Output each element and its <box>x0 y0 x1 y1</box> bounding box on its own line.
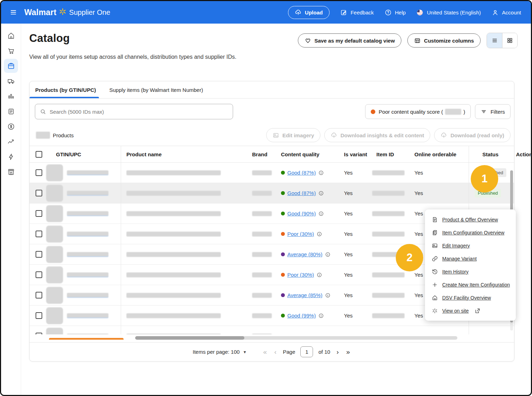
menu-item-create-new-item-configuration[interactable]: Create New Item Configuration <box>425 278 516 291</box>
tab-supply-items[interactable]: Supply items (by Walmart Item Number) <box>109 81 203 98</box>
content-quality-link[interactable]: Good (90%) <box>287 210 316 216</box>
sidebar-item-home[interactable] <box>4 29 18 43</box>
row-checkbox[interactable] <box>36 231 42 237</box>
info-icon[interactable] <box>317 231 322 237</box>
copy-document-icon <box>432 230 438 236</box>
help-icon <box>384 9 392 16</box>
home-icon <box>432 295 438 301</box>
column-header-actions: Actions <box>508 146 532 162</box>
content-quality-link[interactable]: Good (87%) <box>287 170 316 176</box>
quality-dot-icon <box>281 191 285 195</box>
edit-imagery-button[interactable]: Edit imagery <box>266 128 320 142</box>
item-id-redacted <box>372 272 405 277</box>
sidebar-item-analytics[interactable] <box>4 89 18 103</box>
menu-item-item-history[interactable]: Item History <box>425 265 516 278</box>
gtin-redacted[interactable] <box>67 170 108 175</box>
row-checkbox[interactable] <box>36 251 42 258</box>
list-view-button[interactable] <box>487 33 502 48</box>
quality-filter-chip[interactable]: Poor content quality score ( ) <box>365 104 471 119</box>
row-checkbox[interactable] <box>36 190 42 196</box>
sidebar-item-catalog[interactable] <box>4 59 18 73</box>
menu-item-manage-variant[interactable]: Manage Variant <box>425 252 516 265</box>
menu-item-edit-imagery[interactable]: Edit Imagery <box>425 239 516 252</box>
sidebar-item-marketplace[interactable] <box>4 165 18 179</box>
products-count-label: Products <box>53 132 74 138</box>
grid-view-button[interactable] <box>502 33 517 48</box>
item-id-redacted <box>372 211 405 216</box>
save-default-view-button[interactable]: Save as my default catalog view <box>298 33 401 48</box>
gtin-redacted[interactable] <box>67 313 108 318</box>
brand-redacted <box>252 232 272 237</box>
tab-products-gtin[interactable]: Products (by GTIN/UPC) <box>35 81 96 98</box>
product-thumbnail <box>46 185 63 202</box>
quality-dot-icon <box>281 252 285 256</box>
gtin-redacted[interactable] <box>67 191 108 196</box>
item-id-redacted <box>372 170 405 175</box>
account-button[interactable]: Account <box>492 9 521 16</box>
row-checkbox[interactable] <box>36 169 42 176</box>
sidebar-item-supply-chain[interactable] <box>4 74 18 88</box>
info-icon[interactable] <box>318 211 324 216</box>
info-icon[interactable] <box>325 293 331 298</box>
gtin-redacted[interactable] <box>67 232 108 237</box>
menu-item-view-on-site[interactable]: View on site <box>425 304 516 317</box>
gtin-redacted[interactable] <box>67 252 108 257</box>
sidebar-item-payments[interactable] <box>4 119 18 133</box>
content-quality-link[interactable]: Average (85%) <box>287 292 323 298</box>
gtin-redacted[interactable] <box>67 272 108 277</box>
store-icon <box>7 168 15 176</box>
hamburger-menu-icon[interactable] <box>7 6 19 18</box>
page-number-input[interactable]: 1 <box>300 346 313 357</box>
items-per-page-select[interactable]: Items per page: 100 ▼ <box>193 349 246 355</box>
content-quality-link[interactable]: Poor (30%) <box>287 231 314 237</box>
product-name-redacted <box>126 170 221 175</box>
menu-item-label: Edit Imagery <box>442 243 470 249</box>
sidebar-item-growth[interactable] <box>4 134 18 149</box>
info-icon[interactable] <box>317 272 322 278</box>
customize-columns-button[interactable]: Customize columns <box>407 33 481 48</box>
lightning-icon <box>7 153 15 161</box>
content-quality-link[interactable]: Good (99%) <box>287 313 316 319</box>
menu-item-dsv-facility-overview[interactable]: DSV Facility Overview <box>425 291 516 304</box>
horizontal-scrollbar[interactable] <box>135 336 457 340</box>
sidebar-item-reports[interactable] <box>4 104 18 118</box>
first-page-button[interactable]: « <box>262 348 268 356</box>
product-thumbnail <box>46 226 63 243</box>
menu-item-product-offer-overview[interactable]: Product & Offer Overview <box>425 213 516 226</box>
brand-redacted <box>252 293 272 298</box>
search-input[interactable] <box>50 109 228 115</box>
table-row: ··· <box>30 326 514 334</box>
row-checkbox[interactable] <box>36 210 42 217</box>
prev-page-button[interactable]: ‹ <box>273 348 277 356</box>
help-button[interactable]: Help <box>384 9 406 16</box>
sidebar-item-orders[interactable] <box>4 44 18 58</box>
row-checkbox[interactable] <box>36 292 42 298</box>
content-quality-link[interactable]: Poor (30%) <box>287 272 314 278</box>
row-checkbox[interactable] <box>36 312 42 319</box>
product-thumbnail <box>46 266 63 283</box>
download-readonly-button[interactable]: Download (read only) <box>434 128 511 142</box>
locale-selector[interactable]: United States (English) <box>416 9 481 16</box>
row-checkbox[interactable] <box>36 271 42 278</box>
next-page-button[interactable]: › <box>336 348 340 356</box>
menu-item-item-configuration-overview[interactable]: Item Configuration Overview <box>425 226 516 239</box>
horizontal-scrollbar-thumb[interactable] <box>135 336 244 340</box>
filters-button[interactable]: Filters <box>475 104 511 119</box>
sidebar-item-performance[interactable] <box>4 150 18 164</box>
link-icon <box>432 256 438 262</box>
download-insights-button[interactable]: Download insights & edit content <box>324 128 431 142</box>
info-icon[interactable] <box>318 313 324 319</box>
select-all-checkbox[interactable] <box>36 151 42 158</box>
info-icon[interactable] <box>318 190 324 196</box>
content-quality-link[interactable]: Average (80%) <box>287 251 323 257</box>
feedback-button[interactable]: Feedback <box>340 9 374 16</box>
search-icon <box>40 108 46 115</box>
info-icon[interactable] <box>318 170 324 176</box>
info-icon[interactable] <box>325 252 331 257</box>
gtin-redacted[interactable] <box>67 211 108 216</box>
gtin-redacted[interactable] <box>67 293 108 298</box>
content-quality-link[interactable]: Good (87%) <box>287 190 316 196</box>
last-page-button[interactable]: » <box>345 348 351 356</box>
home-icon <box>7 32 15 40</box>
upload-button[interactable]: Upload <box>288 6 330 19</box>
